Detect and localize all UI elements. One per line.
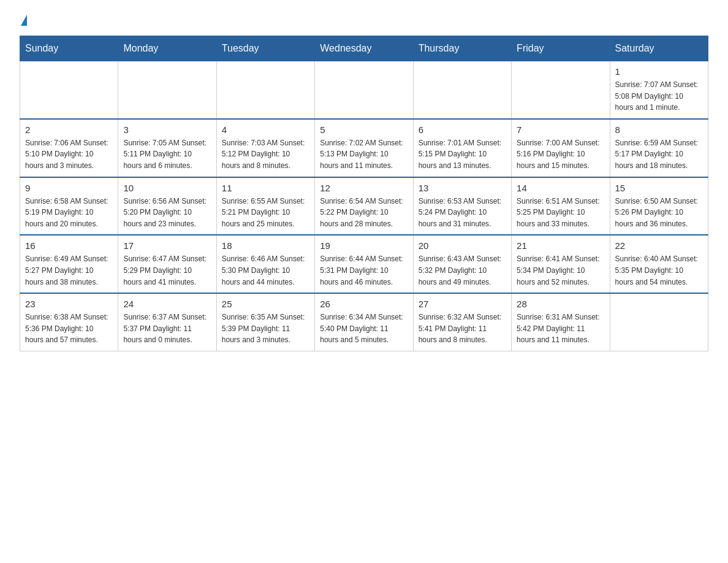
calendar-cell: 1Sunrise: 7:07 AM Sunset: 5:08 PM Daylig… (610, 61, 708, 119)
day-number: 2 (25, 124, 113, 135)
logo-triangle-icon (21, 15, 27, 26)
day-number: 20 (419, 240, 506, 251)
day-info: Sunrise: 7:03 AM Sunset: 5:12 PM Dayligh… (222, 137, 309, 172)
calendar-cell: 15Sunrise: 6:50 AM Sunset: 5:26 PM Dayli… (610, 177, 708, 236)
calendar-cell: 18Sunrise: 6:46 AM Sunset: 5:30 PM Dayli… (216, 235, 314, 293)
day-info: Sunrise: 6:35 AM Sunset: 5:39 PM Dayligh… (222, 312, 309, 346)
calendar-cell: 14Sunrise: 6:51 AM Sunset: 5:25 PM Dayli… (512, 177, 610, 236)
day-info: Sunrise: 7:02 AM Sunset: 5:13 PM Dayligh… (320, 137, 408, 172)
day-number: 1 (615, 66, 703, 77)
weekday-header-thursday: Thursday (413, 36, 511, 61)
day-number: 10 (123, 183, 211, 193)
calendar-week-row: 1Sunrise: 7:07 AM Sunset: 5:08 PM Daylig… (20, 61, 708, 119)
calendar-cell: 8Sunrise: 6:59 AM Sunset: 5:17 PM Daylig… (610, 119, 708, 177)
day-number: 27 (419, 299, 506, 309)
calendar-cell: 9Sunrise: 6:58 AM Sunset: 5:19 PM Daylig… (20, 177, 118, 236)
day-number: 3 (123, 124, 211, 135)
day-info: Sunrise: 6:59 AM Sunset: 5:17 PM Dayligh… (615, 137, 703, 172)
day-number: 12 (320, 183, 408, 193)
calendar-cell (216, 61, 314, 119)
day-number: 13 (419, 183, 506, 193)
day-info: Sunrise: 6:54 AM Sunset: 5:22 PM Dayligh… (320, 196, 408, 230)
weekday-header-sunday: Sunday (20, 36, 118, 61)
calendar-cell: 28Sunrise: 6:31 AM Sunset: 5:42 PM Dayli… (512, 293, 610, 351)
calendar-header-row: SundayMondayTuesdayWednesdayThursdayFrid… (20, 36, 708, 61)
day-info: Sunrise: 6:46 AM Sunset: 5:30 PM Dayligh… (222, 253, 309, 288)
calendar-cell: 7Sunrise: 7:00 AM Sunset: 5:16 PM Daylig… (512, 119, 610, 177)
calendar-cell: 26Sunrise: 6:34 AM Sunset: 5:40 PM Dayli… (315, 293, 413, 351)
calendar-cell: 6Sunrise: 7:01 AM Sunset: 5:15 PM Daylig… (413, 119, 511, 177)
day-info: Sunrise: 6:31 AM Sunset: 5:42 PM Dayligh… (517, 312, 604, 346)
day-number: 11 (222, 183, 309, 193)
day-info: Sunrise: 7:06 AM Sunset: 5:10 PM Dayligh… (25, 137, 113, 172)
day-info: Sunrise: 6:53 AM Sunset: 5:24 PM Dayligh… (419, 196, 506, 230)
day-number: 7 (517, 124, 604, 135)
calendar-cell: 21Sunrise: 6:41 AM Sunset: 5:34 PM Dayli… (512, 235, 610, 293)
calendar-cell: 16Sunrise: 6:49 AM Sunset: 5:27 PM Dayli… (20, 235, 118, 293)
day-number: 28 (517, 299, 604, 309)
day-info: Sunrise: 6:47 AM Sunset: 5:29 PM Dayligh… (123, 253, 211, 288)
calendar-cell: 11Sunrise: 6:55 AM Sunset: 5:21 PM Dayli… (216, 177, 314, 236)
calendar-cell: 17Sunrise: 6:47 AM Sunset: 5:29 PM Dayli… (118, 235, 216, 293)
day-number: 23 (25, 299, 113, 309)
day-number: 25 (222, 299, 309, 309)
calendar-cell (20, 61, 118, 119)
calendar-cell (512, 61, 610, 119)
day-info: Sunrise: 7:05 AM Sunset: 5:11 PM Dayligh… (123, 137, 211, 172)
day-number: 9 (25, 183, 113, 193)
day-number: 14 (517, 183, 604, 193)
calendar-cell: 20Sunrise: 6:43 AM Sunset: 5:32 PM Dayli… (413, 235, 511, 293)
calendar-cell (413, 61, 511, 119)
day-info: Sunrise: 6:38 AM Sunset: 5:36 PM Dayligh… (25, 312, 113, 346)
calendar-cell: 22Sunrise: 6:40 AM Sunset: 5:35 PM Dayli… (610, 235, 708, 293)
day-number: 16 (25, 240, 113, 251)
day-number: 15 (615, 183, 703, 193)
calendar-cell: 27Sunrise: 6:32 AM Sunset: 5:41 PM Dayli… (413, 293, 511, 351)
calendar-cell: 2Sunrise: 7:06 AM Sunset: 5:10 PM Daylig… (20, 119, 118, 177)
calendar-cell: 24Sunrise: 6:37 AM Sunset: 5:37 PM Dayli… (118, 293, 216, 351)
calendar-cell: 10Sunrise: 6:56 AM Sunset: 5:20 PM Dayli… (118, 177, 216, 236)
day-info: Sunrise: 6:32 AM Sunset: 5:41 PM Dayligh… (419, 312, 506, 346)
logo (20, 15, 27, 26)
calendar-cell: 12Sunrise: 6:54 AM Sunset: 5:22 PM Dayli… (315, 177, 413, 236)
day-info: Sunrise: 6:50 AM Sunset: 5:26 PM Dayligh… (615, 196, 703, 230)
calendar-cell: 5Sunrise: 7:02 AM Sunset: 5:13 PM Daylig… (315, 119, 413, 177)
day-number: 24 (123, 299, 211, 309)
calendar-week-row: 16Sunrise: 6:49 AM Sunset: 5:27 PM Dayli… (20, 235, 708, 293)
day-info: Sunrise: 6:49 AM Sunset: 5:27 PM Dayligh… (25, 253, 113, 288)
day-info: Sunrise: 6:41 AM Sunset: 5:34 PM Dayligh… (517, 253, 604, 288)
day-number: 22 (615, 240, 703, 251)
calendar-table: SundayMondayTuesdayWednesdayThursdayFrid… (20, 36, 708, 351)
calendar-cell: 19Sunrise: 6:44 AM Sunset: 5:31 PM Dayli… (315, 235, 413, 293)
day-info: Sunrise: 7:07 AM Sunset: 5:08 PM Dayligh… (615, 79, 703, 113)
day-info: Sunrise: 6:43 AM Sunset: 5:32 PM Dayligh… (419, 253, 506, 288)
page-header (20, 15, 708, 26)
calendar-cell (610, 293, 708, 351)
calendar-cell: 4Sunrise: 7:03 AM Sunset: 5:12 PM Daylig… (216, 119, 314, 177)
weekday-header-monday: Monday (118, 36, 216, 61)
day-number: 19 (320, 240, 408, 251)
day-info: Sunrise: 6:37 AM Sunset: 5:37 PM Dayligh… (123, 312, 211, 346)
calendar-cell: 23Sunrise: 6:38 AM Sunset: 5:36 PM Dayli… (20, 293, 118, 351)
day-number: 18 (222, 240, 309, 251)
calendar-week-row: 23Sunrise: 6:38 AM Sunset: 5:36 PM Dayli… (20, 293, 708, 351)
day-info: Sunrise: 6:55 AM Sunset: 5:21 PM Dayligh… (222, 196, 309, 230)
day-info: Sunrise: 6:58 AM Sunset: 5:19 PM Dayligh… (25, 196, 113, 230)
day-info: Sunrise: 6:51 AM Sunset: 5:25 PM Dayligh… (517, 196, 604, 230)
day-info: Sunrise: 6:34 AM Sunset: 5:40 PM Dayligh… (320, 312, 408, 346)
calendar-week-row: 2Sunrise: 7:06 AM Sunset: 5:10 PM Daylig… (20, 119, 708, 177)
calendar-week-row: 9Sunrise: 6:58 AM Sunset: 5:19 PM Daylig… (20, 177, 708, 236)
day-info: Sunrise: 6:40 AM Sunset: 5:35 PM Dayligh… (615, 253, 703, 288)
day-info: Sunrise: 7:01 AM Sunset: 5:15 PM Dayligh… (419, 137, 506, 172)
day-info: Sunrise: 6:44 AM Sunset: 5:31 PM Dayligh… (320, 253, 408, 288)
weekday-header-wednesday: Wednesday (315, 36, 413, 61)
day-number: 8 (615, 124, 703, 135)
calendar-cell (315, 61, 413, 119)
day-number: 5 (320, 124, 408, 135)
weekday-header-saturday: Saturday (610, 36, 708, 61)
calendar-cell: 25Sunrise: 6:35 AM Sunset: 5:39 PM Dayli… (216, 293, 314, 351)
calendar-cell: 3Sunrise: 7:05 AM Sunset: 5:11 PM Daylig… (118, 119, 216, 177)
day-info: Sunrise: 6:56 AM Sunset: 5:20 PM Dayligh… (123, 196, 211, 230)
day-number: 21 (517, 240, 604, 251)
weekday-header-friday: Friday (512, 36, 610, 61)
